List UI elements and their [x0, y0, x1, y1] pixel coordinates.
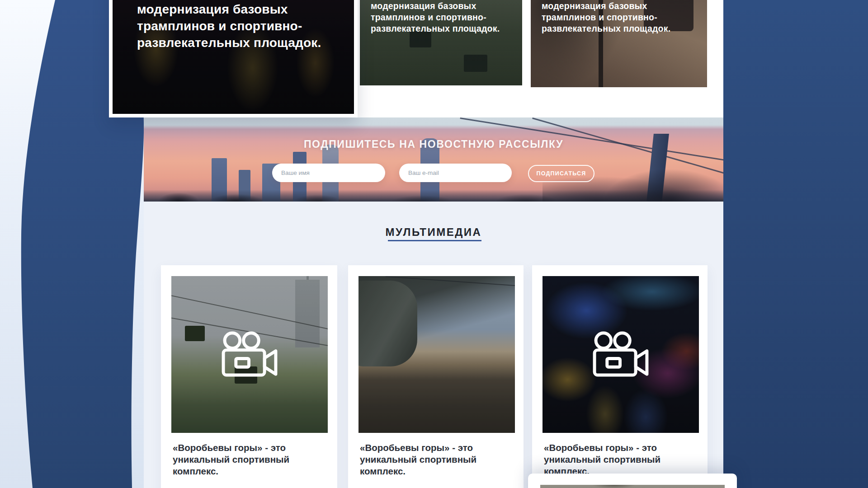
- slide-caption: модернизация базовых трамплинов и спорти…: [137, 1, 332, 51]
- video-camera-icon: [593, 331, 649, 378]
- multimedia-card-image: [542, 276, 699, 433]
- slide-caption: модернизация базовых трамплинов и спорти…: [371, 0, 506, 34]
- slide-caption: модернизация базовых трамплинов и спорти…: [542, 0, 677, 34]
- image-overlay: [359, 276, 515, 433]
- subscribe-button[interactable]: ПОДПИСАТЬСЯ: [528, 165, 594, 182]
- multimedia-card[interactable]: «Воробьевы горы» - это уникальный спорти…: [348, 265, 524, 488]
- multimedia-card-image: [359, 276, 515, 433]
- multimedia-card-title: «Воробьевы горы» - это уникальный спорти…: [173, 442, 317, 477]
- bottom-popup-panel[interactable]: [528, 474, 737, 488]
- multimedia-heading-underline: [388, 240, 481, 241]
- newsletter-title: ПОДПИШИТЕСЬ НА НОВОСТНУЮ РАССЫЛКУ: [144, 138, 723, 150]
- banner-tree-silhouettes: [144, 190, 723, 202]
- multimedia-card-title: «Воробьевы горы» - это уникальный спорти…: [360, 442, 505, 477]
- slider-slide-1-active[interactable]: модернизация базовых трамплинов и спорти…: [109, 0, 358, 117]
- slider-slide-3[interactable]: модернизация базовых трамплинов и спорти…: [531, 0, 707, 87]
- slider-slide-2[interactable]: модернизация базовых трамплинов и спорти…: [360, 0, 522, 85]
- newsletter-banner: ПОДПИШИТЕСЬ НА НОВОСТНУЮ РАССЫЛКУ ПОДПИС…: [144, 117, 723, 202]
- multimedia-heading: МУЛЬТИМЕДИА: [144, 226, 723, 239]
- multimedia-card[interactable]: «Воробьевы горы» - это уникальный спорти…: [532, 265, 708, 488]
- video-camera-icon: [222, 331, 278, 378]
- multimedia-card-image: [171, 276, 328, 433]
- right-background-panel: [723, 0, 868, 488]
- page: { "slider": { "slides": [ { "caption": "…: [0, 0, 868, 488]
- multimedia-card-title: «Воробьевы горы» - это уникальный спорти…: [544, 442, 689, 477]
- popup-image: [540, 485, 725, 488]
- name-input[interactable]: [272, 164, 385, 182]
- multimedia-card[interactable]: «Воробьевы горы» - это уникальный спорти…: [161, 265, 337, 488]
- email-input[interactable]: [399, 164, 512, 182]
- content-column: модернизация базовых трамплинов и спорти…: [144, 0, 723, 488]
